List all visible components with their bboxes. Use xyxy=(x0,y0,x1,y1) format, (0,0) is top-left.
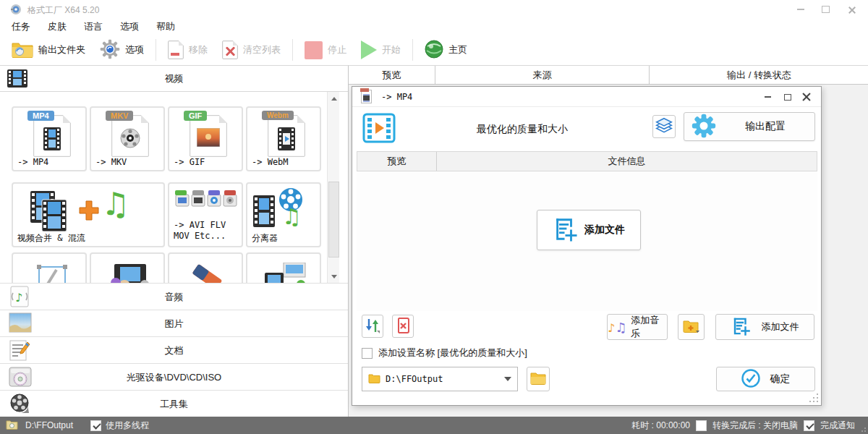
scrollbar-thumb[interactable] xyxy=(328,182,339,258)
stop-icon xyxy=(305,41,323,59)
toolbar-separator xyxy=(292,39,293,61)
setting-name-label: 添加设置名称 [最优化的质量和大小] xyxy=(378,346,527,359)
notify-checkbox[interactable] xyxy=(804,420,814,431)
statusbar-right: 耗时 : 00:00:00 转换完成后 : 关闭电脑 完成通知 xyxy=(631,420,868,432)
menu-skin[interactable]: 皮肤 xyxy=(48,20,67,33)
add-file-button[interactable]: 添加文件 xyxy=(715,314,814,340)
sort-button[interactable] xyxy=(362,315,383,338)
menu-options[interactable]: 选项 xyxy=(120,20,139,33)
output-folder-icon xyxy=(12,41,33,60)
dialog-maximize-button[interactable] xyxy=(779,91,796,103)
multithread-option[interactable]: 使用多线程 xyxy=(90,420,149,432)
gear-icon xyxy=(100,39,120,61)
scroll-down-button[interactable] xyxy=(328,270,340,283)
video-format-tiles: MP4 -> MP4 MKV -> MKV GIF xyxy=(0,92,326,283)
chevron-down-icon xyxy=(504,377,511,381)
preset-name: 最优化的质量和大小 xyxy=(417,123,627,136)
multithread-checkbox[interactable] xyxy=(90,420,101,431)
add-music-icon: ♪♫ xyxy=(608,320,626,335)
folder-icon xyxy=(368,373,380,386)
minimize-button[interactable] xyxy=(790,3,812,16)
add-music-button[interactable]: ♪♫ 添加音乐 xyxy=(607,314,668,340)
menu-task[interactable]: 任务 xyxy=(12,20,30,33)
category-document[interactable]: 文档 xyxy=(0,336,348,363)
add-file-button-main[interactable]: 添加文件 xyxy=(537,210,641,250)
column-output-status[interactable]: 输出 / 转换状态 xyxy=(650,66,868,84)
dialog-close-button[interactable] xyxy=(798,91,815,103)
format-sidebar: 视频 MP4 -> MP4 MKV -> MKV xyxy=(0,65,348,417)
dialog-titlebar: -> MP4 xyxy=(352,87,821,107)
format-factory-window: 格式工厂 X64 5.20 任务 皮肤 语言 选项 帮助 输出文件夹 选项 移除 xyxy=(0,0,868,434)
maximize-icon xyxy=(784,94,791,101)
ok-button[interactable]: 确定 xyxy=(716,367,815,391)
shutdown-after-checkbox[interactable] xyxy=(696,420,707,431)
mp4-dialog: -> MP4 最优化的质量和大小 xyxy=(352,86,822,406)
category-dvd-cd-iso[interactable]: 光驱设备\DVD\CD\ISO xyxy=(0,363,348,390)
arrow-up-icon xyxy=(331,97,337,101)
menu-language[interactable]: 语言 xyxy=(84,20,103,33)
output-folder-button[interactable]: 输出文件夹 xyxy=(4,37,93,63)
multithread-label: 使用多线程 xyxy=(106,420,149,432)
tile-demuxer[interactable]: ♫ 分离器 xyxy=(246,182,321,247)
folder-icon xyxy=(530,372,546,387)
output-path-value: D:\FFOutput xyxy=(386,374,499,384)
close-button[interactable] xyxy=(841,3,862,16)
tab-file-info[interactable]: 文件信息 xyxy=(437,152,817,171)
category-audio[interactable]: ♪ 音频 xyxy=(0,283,348,310)
tile-partial-video-tool[interactable] xyxy=(90,252,165,283)
remove-item-button[interactable] xyxy=(392,315,414,338)
dialog-resize-grip[interactable] xyxy=(809,393,818,402)
dialog-minimize-button[interactable] xyxy=(759,91,776,103)
preset-layers-button[interactable] xyxy=(652,115,676,138)
add-folder-icon xyxy=(683,319,700,336)
tile-to-mp4[interactable]: MP4 -> MP4 xyxy=(12,106,87,171)
tiles-scrollbar[interactable] xyxy=(327,92,339,283)
menubar: 任务 皮肤 语言 选项 帮助 xyxy=(0,19,868,35)
column-source[interactable]: 来源 xyxy=(435,66,650,84)
tile-video-merge-mux[interactable]: ♫ 视频合并 & 混流 xyxy=(12,182,165,247)
layers-icon xyxy=(655,117,673,137)
remove-button[interactable]: 移除 xyxy=(161,37,215,63)
tile-partial-crop[interactable] xyxy=(12,252,87,283)
tile-partial-screens[interactable] xyxy=(246,252,321,283)
video-section-header[interactable]: 视频 xyxy=(0,66,348,92)
add-folder-button[interactable] xyxy=(678,314,705,340)
remove-icon xyxy=(168,41,184,59)
output-path-select[interactable]: D:\FFOutput xyxy=(362,367,518,391)
tile-to-mkv[interactable]: MKV -> MKV xyxy=(90,106,165,171)
gear-icon xyxy=(692,114,716,140)
setting-name-option[interactable]: 添加设置名称 [最优化的质量和大小] xyxy=(362,346,527,359)
close-icon xyxy=(848,6,856,14)
mp4-mini-icon xyxy=(361,90,372,103)
setting-name-checkbox[interactable] xyxy=(362,348,373,359)
add-file-icon xyxy=(553,217,577,244)
menu-help[interactable]: 帮助 xyxy=(156,20,175,33)
browse-folder-button[interactable] xyxy=(527,367,550,391)
column-preview[interactable]: 预览 xyxy=(349,66,435,84)
category-picture[interactable]: 图片 xyxy=(0,310,348,336)
home-button[interactable]: 主页 xyxy=(417,37,475,63)
scroll-up-button[interactable] xyxy=(328,92,340,105)
category-toolset[interactable]: 工具集 xyxy=(0,390,348,417)
options-button[interactable]: 选项 xyxy=(93,37,151,63)
maximize-button[interactable] xyxy=(814,3,836,16)
tile-partial-eraser[interactable] xyxy=(168,252,243,283)
clear-list-icon xyxy=(222,41,238,59)
maximize-icon xyxy=(822,6,830,13)
output-config-button[interactable]: 输出配置 xyxy=(684,112,815,141)
tab-preview[interactable]: 预览 xyxy=(357,152,437,171)
stop-button[interactable]: 停止 xyxy=(297,37,354,63)
play-icon xyxy=(361,41,377,59)
minimize-icon xyxy=(765,96,771,98)
statusbar-output-path[interactable]: D:\FFOutput xyxy=(25,420,73,430)
tile-to-gif[interactable]: GIF -> GIF xyxy=(168,106,243,171)
tile-to-avi-flv-mov[interactable]: -> AVI FLV MOV Etc... xyxy=(168,182,243,247)
remove-item-icon xyxy=(395,317,411,336)
app-logo-icon xyxy=(10,4,22,15)
mkv-file-icon: MKV xyxy=(111,115,149,157)
tile-to-webm[interactable]: Webm -> WebM xyxy=(246,106,321,171)
music-note-glyph: ♫ xyxy=(101,185,129,222)
clear-list-button[interactable]: 清空列表 xyxy=(215,37,288,63)
window-resize-grip[interactable] xyxy=(859,425,866,432)
start-button[interactable]: 开始 xyxy=(354,37,408,63)
